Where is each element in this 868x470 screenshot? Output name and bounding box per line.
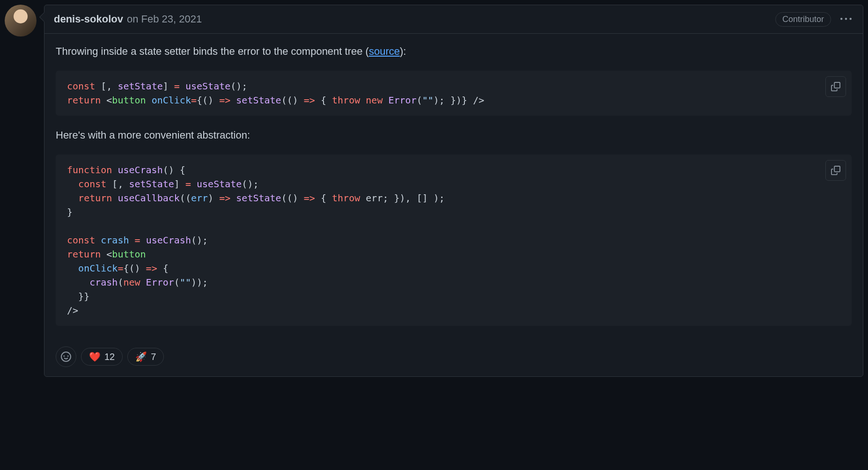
copy-icon: [831, 82, 840, 91]
kebab-icon: [840, 14, 852, 25]
source-link[interactable]: source: [369, 45, 400, 57]
avatar[interactable]: [5, 5, 37, 37]
copy-button[interactable]: [825, 160, 846, 181]
code-block-2: function useCrash() { const [, setState]…: [56, 154, 852, 326]
reaction-count: 12: [104, 352, 115, 362]
comment-container: denis-sokolov on Feb 23, 2021 Contributo…: [5, 5, 863, 377]
code-block-1: const [, setState] = useState(); return …: [56, 71, 852, 116]
comment-box: denis-sokolov on Feb 23, 2021 Contributo…: [44, 5, 863, 377]
smiley-icon: [61, 352, 71, 362]
rocket-icon: 🚀: [135, 351, 147, 362]
code-content: const [, setState] = useState(); return …: [67, 79, 840, 107]
timestamp: on Feb 23, 2021: [127, 13, 202, 25]
reaction-count: 7: [151, 352, 156, 362]
author-link[interactable]: denis-sokolov: [54, 13, 123, 25]
copy-button[interactable]: [825, 76, 846, 97]
reaction-heart[interactable]: ❤️ 12: [81, 348, 123, 366]
copy-icon: [831, 166, 840, 175]
add-reaction-button[interactable]: [56, 346, 76, 367]
reaction-rocket[interactable]: 🚀 7: [127, 348, 164, 366]
reactions-bar: ❤️ 12 🚀 7: [44, 346, 863, 376]
code-content: function useCrash() { const [, setState]…: [67, 163, 840, 317]
paragraph-2: Here's with a more convenient abstractio…: [56, 127, 852, 143]
paragraph-1: Throwing inside a state setter binds the…: [56, 43, 852, 59]
header-left: denis-sokolov on Feb 23, 2021: [54, 13, 202, 25]
text: Throwing inside a state setter binds the…: [56, 45, 369, 57]
heart-icon: ❤️: [89, 351, 101, 362]
comment-header: denis-sokolov on Feb 23, 2021 Contributo…: [44, 5, 863, 34]
contributor-badge: Contributor: [775, 12, 831, 27]
header-right: Contributor: [775, 12, 853, 27]
more-options-button[interactable]: [839, 12, 853, 27]
comment-body: Throwing inside a state setter binds the…: [44, 34, 863, 346]
text: ):: [400, 45, 406, 57]
